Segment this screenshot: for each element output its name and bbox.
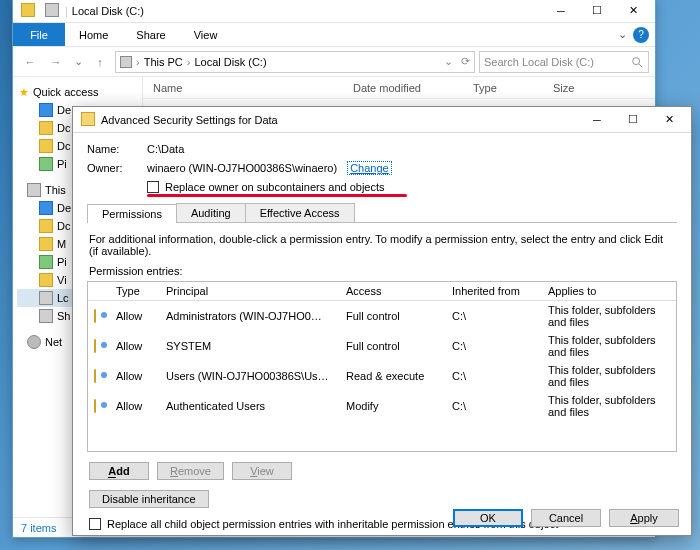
cancel-button[interactable]: Cancel	[531, 509, 601, 527]
search-placeholder: Search Local Disk (C:)	[484, 56, 594, 68]
col-applies[interactable]: Applies to	[542, 282, 676, 300]
security-dialog: Advanced Security Settings for Data ─ ☐ …	[72, 106, 692, 536]
name-value: C:\Data	[147, 143, 184, 155]
maximize-button[interactable]: ☐	[579, 0, 615, 22]
remove-button[interactable]: Remove	[157, 462, 224, 480]
annotation-underline	[147, 194, 407, 197]
refresh-icon[interactable]: ⟳	[457, 55, 470, 68]
tab-effective-access[interactable]: Effective Access	[245, 203, 355, 222]
col-size[interactable]: Size	[543, 82, 623, 94]
group-icon	[94, 339, 96, 353]
address-bar[interactable]: › This PC › Local Disk (C:) ⌄ ⟳	[115, 51, 475, 73]
dialog-maximize-button[interactable]: ☐	[615, 108, 651, 132]
table-header: Type Principal Access Inherited from App…	[88, 282, 676, 301]
forward-button[interactable]: →	[45, 51, 67, 73]
owner-value: winaero (WIN-OJ7HO00386S\winaero)	[147, 162, 337, 174]
search-input[interactable]: Search Local Disk (C:)	[479, 51, 649, 73]
apply-button[interactable]: Apply	[609, 509, 679, 527]
help-icon[interactable]: ?	[633, 27, 649, 43]
dialog-titlebar: Advanced Security Settings for Data ─ ☐ …	[73, 107, 691, 133]
col-type[interactable]: Type	[463, 82, 543, 94]
owner-label: Owner:	[87, 162, 147, 174]
disable-inheritance-button[interactable]: Disable inheritance	[89, 490, 209, 508]
permissions-table: Type Principal Access Inherited from App…	[87, 281, 677, 452]
table-row[interactable]: Allow SYSTEM Full control C:\ This folde…	[88, 331, 676, 361]
ribbon-tabs: File Home Share View ⌄ ?	[13, 23, 655, 47]
address-row: ← → ⌄ ↑ › This PC › Local Disk (C:) ⌄ ⟳ …	[13, 47, 655, 77]
change-owner-link[interactable]: Change	[347, 161, 392, 175]
search-icon	[630, 55, 644, 69]
group-icon	[94, 369, 96, 383]
status-text: 7 items	[21, 522, 56, 534]
back-button[interactable]: ←	[19, 51, 41, 73]
folder-icon	[21, 3, 37, 19]
history-dropdown[interactable]: ⌄	[71, 51, 85, 73]
replace-owner-checkbox[interactable]	[147, 181, 159, 193]
shield-icon	[81, 112, 97, 128]
replace-child-checkbox[interactable]	[89, 518, 101, 530]
window-title: Local Disk (C:)	[68, 5, 144, 17]
tab-file[interactable]: File	[13, 23, 65, 46]
up-button[interactable]: ↑	[89, 51, 111, 73]
tab-auditing[interactable]: Auditing	[176, 203, 246, 222]
view-button[interactable]: View	[232, 462, 292, 480]
col-date[interactable]: Date modified	[343, 82, 463, 94]
breadcrumb-drive[interactable]: Local Disk (C:)	[194, 56, 266, 68]
col-access[interactable]: Access	[340, 282, 446, 300]
dialog-tabs: Permissions Auditing Effective Access	[87, 203, 677, 223]
info-text: For additional information, double-click…	[89, 233, 675, 257]
svg-point-0	[633, 57, 640, 64]
table-row[interactable]: Allow Administrators (WIN-OJ7HO0… Full c…	[88, 301, 676, 331]
table-row[interactable]: Allow Users (WIN-OJ7HO00386S\Us… Read & …	[88, 361, 676, 391]
list-header: Name Date modified Type Size	[143, 77, 655, 99]
drive-icon	[45, 3, 61, 19]
name-label: Name:	[87, 143, 147, 155]
permission-entries-label: Permission entries:	[89, 265, 675, 277]
dialog-minimize-button[interactable]: ─	[579, 108, 615, 132]
chevron-right-icon: ›	[136, 56, 140, 68]
tab-share[interactable]: Share	[122, 23, 179, 46]
ok-button[interactable]: OK	[453, 509, 523, 527]
tab-view[interactable]: View	[180, 23, 232, 46]
table-row[interactable]: Allow Authenticated Users Modify C:\ Thi…	[88, 391, 676, 421]
dialog-title: Advanced Security Settings for Data	[101, 114, 278, 126]
explorer-titlebar: | Local Disk (C:) ─ ☐ ✕	[13, 0, 655, 23]
drive-icon	[120, 56, 132, 68]
tree-quick-access[interactable]: ★Quick access	[17, 83, 138, 101]
addr-dropdown-icon[interactable]: ⌄	[444, 55, 453, 68]
replace-owner-label: Replace owner on subcontainers and objec…	[165, 181, 385, 193]
col-type[interactable]: Type	[110, 282, 160, 300]
group-icon	[94, 309, 96, 323]
col-principal[interactable]: Principal	[160, 282, 340, 300]
dialog-close-button[interactable]: ✕	[651, 108, 687, 132]
add-button[interactable]: Add	[89, 462, 149, 480]
minimize-button[interactable]: ─	[543, 0, 579, 22]
ribbon-toggle-icon[interactable]: ⌄	[618, 28, 627, 41]
svg-line-1	[639, 63, 643, 67]
close-button[interactable]: ✕	[615, 0, 651, 22]
tab-permissions[interactable]: Permissions	[87, 204, 177, 223]
breadcrumb-thispc[interactable]: This PC	[144, 56, 183, 68]
chevron-right-icon: ›	[187, 56, 191, 68]
tab-home[interactable]: Home	[65, 23, 122, 46]
group-icon	[94, 399, 96, 413]
col-inherited[interactable]: Inherited from	[446, 282, 542, 300]
col-name[interactable]: Name	[143, 82, 343, 94]
